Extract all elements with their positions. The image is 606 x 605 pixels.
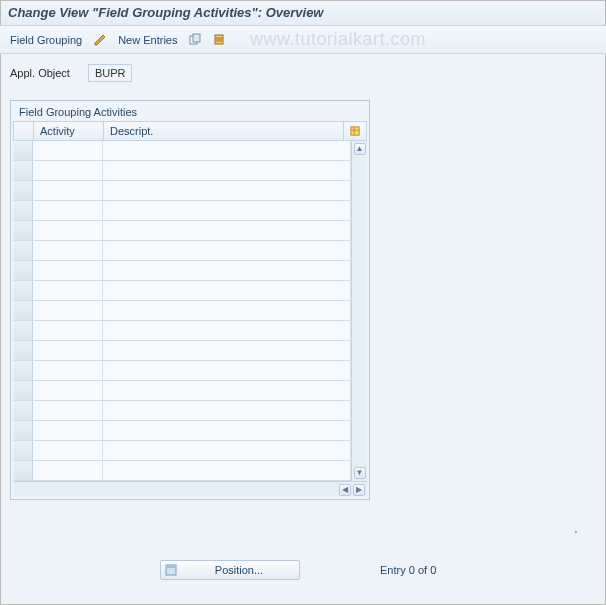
position-label: Position... bbox=[183, 564, 295, 576]
row-selector[interactable] bbox=[13, 321, 33, 340]
table-row[interactable] bbox=[13, 141, 351, 161]
appl-object-value[interactable]: BUPR bbox=[88, 64, 133, 82]
table-row[interactable] bbox=[13, 441, 351, 461]
table-row[interactable] bbox=[13, 281, 351, 301]
position-button[interactable]: Position... bbox=[160, 560, 300, 580]
cell-description[interactable] bbox=[103, 161, 351, 180]
new-entries-button[interactable]: New Entries bbox=[116, 32, 179, 48]
cell-description[interactable] bbox=[103, 361, 351, 380]
row-selector[interactable] bbox=[13, 281, 33, 300]
table-row[interactable] bbox=[13, 421, 351, 441]
cell-activity[interactable] bbox=[33, 401, 103, 420]
cell-activity[interactable] bbox=[33, 301, 103, 320]
watermark-text: www.tutorialkart.com bbox=[250, 29, 426, 50]
table-row[interactable] bbox=[13, 241, 351, 261]
cell-activity[interactable] bbox=[33, 141, 103, 160]
page-title: Change View "Field Grouping Activities":… bbox=[8, 5, 324, 20]
row-selector[interactable] bbox=[13, 361, 33, 380]
configure-columns-button[interactable] bbox=[344, 122, 366, 140]
toggle-change-icon[interactable] bbox=[92, 32, 108, 48]
cell-description[interactable] bbox=[103, 401, 351, 420]
cell-description[interactable] bbox=[103, 261, 351, 280]
cell-activity[interactable] bbox=[33, 381, 103, 400]
cell-activity[interactable] bbox=[33, 361, 103, 380]
appl-object-label: Appl. Object bbox=[10, 67, 70, 79]
table-row[interactable] bbox=[13, 181, 351, 201]
column-description[interactable]: Descript. bbox=[104, 122, 344, 140]
cell-activity[interactable] bbox=[33, 161, 103, 180]
table-row[interactable] bbox=[13, 261, 351, 281]
row-selector[interactable] bbox=[13, 181, 33, 200]
cell-activity[interactable] bbox=[33, 421, 103, 440]
row-selector[interactable] bbox=[13, 161, 33, 180]
field-grouping-button[interactable]: Field Grouping bbox=[8, 32, 84, 48]
footer-bar: Position... Entry 0 of 0 bbox=[0, 557, 606, 583]
row-selector[interactable] bbox=[13, 341, 33, 360]
caret-indicator: . bbox=[574, 521, 578, 535]
table-row[interactable] bbox=[13, 321, 351, 341]
select-all-column[interactable] bbox=[14, 122, 34, 140]
table-header: Activity Descript. bbox=[13, 121, 367, 141]
copy-icon[interactable] bbox=[187, 32, 203, 48]
table-title: Field Grouping Activities bbox=[13, 103, 367, 121]
row-selector[interactable] bbox=[13, 241, 33, 260]
cell-description[interactable] bbox=[103, 341, 351, 360]
cell-description[interactable] bbox=[103, 301, 351, 320]
svg-rect-1 bbox=[193, 34, 200, 42]
table-row[interactable] bbox=[13, 221, 351, 241]
cell-description[interactable] bbox=[103, 141, 351, 160]
column-activity[interactable]: Activity bbox=[34, 122, 104, 140]
vertical-scrollbar[interactable]: ▲ ▼ bbox=[351, 141, 367, 481]
horizontal-scrollbar[interactable]: ◀ ▶ bbox=[13, 481, 367, 497]
cell-description[interactable] bbox=[103, 221, 351, 240]
cell-description[interactable] bbox=[103, 181, 351, 200]
scroll-down-button[interactable]: ▼ bbox=[354, 467, 366, 479]
scroll-up-button[interactable]: ▲ bbox=[354, 143, 366, 155]
cell-description[interactable] bbox=[103, 201, 351, 220]
cell-description[interactable] bbox=[103, 441, 351, 460]
cell-description[interactable] bbox=[103, 461, 351, 480]
table-row[interactable] bbox=[13, 161, 351, 181]
cell-activity[interactable] bbox=[33, 341, 103, 360]
cell-activity[interactable] bbox=[33, 221, 103, 240]
cell-description[interactable] bbox=[103, 281, 351, 300]
table-row[interactable] bbox=[13, 461, 351, 481]
row-selector[interactable] bbox=[13, 141, 33, 160]
table-row[interactable] bbox=[13, 201, 351, 221]
table-row[interactable] bbox=[13, 401, 351, 421]
row-selector[interactable] bbox=[13, 401, 33, 420]
cell-activity[interactable] bbox=[33, 281, 103, 300]
cell-activity[interactable] bbox=[33, 201, 103, 220]
delete-icon[interactable] bbox=[211, 32, 227, 48]
cell-activity[interactable] bbox=[33, 261, 103, 280]
cell-description[interactable] bbox=[103, 421, 351, 440]
table-rows bbox=[13, 141, 351, 481]
scroll-left-button[interactable]: ◀ bbox=[339, 484, 351, 496]
cell-activity[interactable] bbox=[33, 441, 103, 460]
cell-activity[interactable] bbox=[33, 241, 103, 260]
row-selector[interactable] bbox=[13, 301, 33, 320]
cell-activity[interactable] bbox=[33, 321, 103, 340]
table-settings-icon bbox=[350, 125, 360, 137]
svg-rect-6 bbox=[351, 127, 359, 135]
svg-rect-10 bbox=[166, 565, 176, 568]
row-selector[interactable] bbox=[13, 461, 33, 480]
row-selector[interactable] bbox=[13, 221, 33, 240]
row-selector[interactable] bbox=[13, 421, 33, 440]
scroll-right-button[interactable]: ▶ bbox=[353, 484, 365, 496]
cell-description[interactable] bbox=[103, 321, 351, 340]
row-selector[interactable] bbox=[13, 261, 33, 280]
cell-description[interactable] bbox=[103, 381, 351, 400]
table-row[interactable] bbox=[13, 301, 351, 321]
table-row[interactable] bbox=[13, 381, 351, 401]
row-selector[interactable] bbox=[13, 441, 33, 460]
table-row[interactable] bbox=[13, 341, 351, 361]
row-selector[interactable] bbox=[13, 381, 33, 400]
table-row[interactable] bbox=[13, 361, 351, 381]
cell-activity[interactable] bbox=[33, 461, 103, 480]
cell-activity[interactable] bbox=[33, 181, 103, 200]
cell-description[interactable] bbox=[103, 241, 351, 260]
chevron-down-icon: ▼ bbox=[356, 469, 364, 477]
row-selector[interactable] bbox=[13, 201, 33, 220]
chevron-right-icon: ▶ bbox=[356, 486, 362, 494]
